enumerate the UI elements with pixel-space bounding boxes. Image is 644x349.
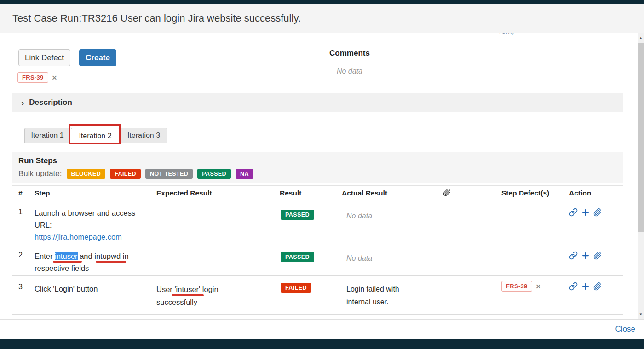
description-section-toggle[interactable]: Description [12,93,623,112]
step-number: 2 [18,251,23,259]
remove-step-defect-icon[interactable] [536,283,541,290]
col-header-result: Result [280,189,301,197]
description-label: Description [29,98,72,107]
modal-title: Test Case Run:TR3216 User can login Jira… [12,12,301,24]
remove-defect-icon[interactable] [52,74,58,81]
scrollbar-thumb[interactable] [638,43,644,232]
tab-iteration-3[interactable]: Iteration 3 [120,128,167,143]
link-defect-button[interactable]: Link Defect [18,49,70,66]
run-steps-title: Run Steps [18,156,623,166]
bulk-status-na[interactable]: NA [236,169,253,179]
actual-result: Login failed with internal user. [346,283,399,309]
add-defect-icon[interactable] [581,252,590,260]
add-defect-icon[interactable] [581,208,590,217]
step-defect-cell: FRS-39 [501,281,541,292]
linked-defects-row: FRS-39 [17,72,57,83]
link-defect-icon[interactable] [569,282,578,291]
bulk-status-blocked[interactable]: BLOCKED [67,169,106,179]
bulk-status-failed[interactable]: FAILED [110,169,141,179]
window-bottom-bar [0,339,644,349]
tab-iteration-1[interactable]: Iteration 1 [24,128,70,143]
bulk-status-not-tested[interactable]: NOT TESTED [145,169,193,179]
scroll-up-arrow-icon[interactable] [638,34,644,42]
col-header-actual: Actual Result [342,189,387,197]
result-badge-passed[interactable]: PASSED [281,210,314,220]
step-defect-tag[interactable]: FRS-39 [501,281,532,292]
actual-result-empty: No data [346,252,372,265]
run-steps-panel: Run Steps Bulk update: BLOCKED FAILED NO… [12,152,623,183]
col-header-expected: Expected Result [156,189,212,197]
vertical-scrollbar[interactable] [638,33,644,319]
step-description: Launch a browser and access URL: https:/… [34,207,153,243]
expected-result: User 'intuser' login successfully [156,283,274,309]
attach-file-icon[interactable] [593,252,602,260]
section-divider [12,45,623,45]
selected-text: intuser [55,252,78,260]
window-top-bar [0,0,644,4]
step-row-1: 1 Launch a browser and access URL: https… [12,202,623,245]
scroll-down-arrow-icon[interactable] [638,310,644,318]
modal-body: rom) Link Defect Create FRS-39 Comments … [0,33,638,319]
bulk-update-label: Bulk update: [18,169,62,178]
col-header-defects: Step Defect(s) [501,189,549,197]
attach-file-icon[interactable] [593,208,602,217]
link-defect-icon[interactable] [569,251,578,260]
comments-section: Comments No data [258,49,442,75]
modal-header: Test Case Run:TR3216 User can login Jira… [0,4,644,33]
comments-title: Comments [258,49,442,58]
col-header-step: Step [34,189,50,197]
row-actions [569,251,602,260]
link-defect-icon[interactable] [569,208,578,217]
step-number: 3 [18,283,23,291]
steps-table-header: # Step Expected Result Result Actual Res… [12,185,623,201]
modal-footer: Close [0,319,644,339]
test-case-run-modal: Test Case Run:TR3216 User can login Jira… [0,0,644,349]
step-row-3: 3 Click 'Login' button User 'intuser' lo… [12,277,623,315]
row-actions [569,208,602,217]
attachment-column-paperclip-icon [443,189,451,198]
step-row-2: 2 Enter intuser and intupwd in respectiv… [12,246,623,276]
result-badge-passed[interactable]: PASSED [281,252,314,262]
close-button[interactable]: Close [615,325,635,334]
step-description: Click 'Login' button [34,283,153,295]
row-actions [569,282,602,291]
step-number: 1 [18,208,23,216]
chevron-right-icon [21,98,24,107]
col-header-action: Action [569,189,591,197]
add-defect-icon[interactable] [581,282,590,291]
result-badge-failed[interactable]: FAILED [281,283,311,293]
linked-defect-tag[interactable]: FRS-39 [17,72,48,83]
step-url-link[interactable]: https://jira.homepage.com [34,233,122,241]
step-description: Enter intuser and intupwd in respective … [34,250,153,274]
bulk-update-row: Bulk update: BLOCKED FAILED NOT TESTED P… [18,169,623,179]
bulk-status-passed[interactable]: PASSED [197,169,231,179]
clipped-scrolled-text: rom) [499,33,514,35]
tab-iteration-2[interactable]: Iteration 2 [71,128,120,144]
actual-result-empty: No data [346,210,372,223]
comments-empty-text: No data [258,67,442,75]
create-defect-button[interactable]: Create [79,49,116,66]
attach-file-icon[interactable] [593,282,602,291]
col-header-num: # [18,189,23,197]
